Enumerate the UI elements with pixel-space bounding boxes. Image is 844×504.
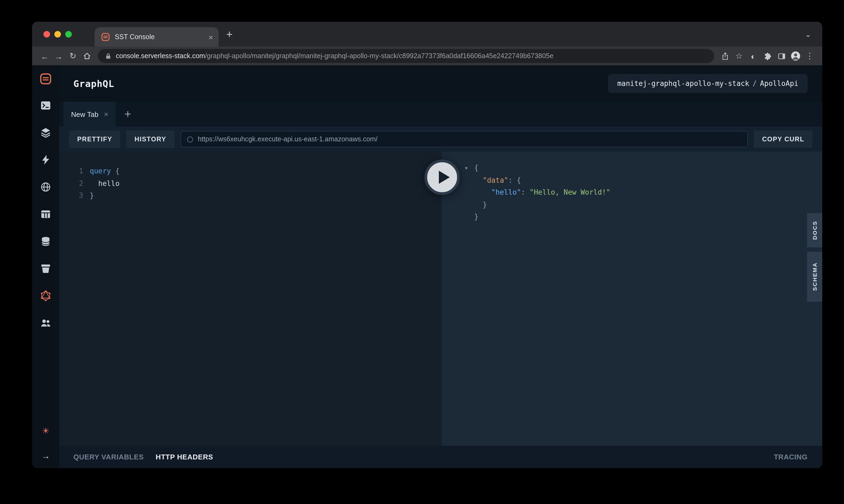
line-number: 1 xyxy=(71,165,83,178)
schema-side-tab[interactable]: SCHEMA xyxy=(807,252,822,302)
bottom-panel-bar: QUERY VARIABLES HTTP HEADERS TRACING xyxy=(59,446,822,468)
docs-side-tab[interactable]: DOCS xyxy=(807,213,822,247)
browser-addressbar: ← → ↻ console.serverless-stack.com/graph… xyxy=(32,47,822,65)
sidebar-item-local[interactable] xyxy=(32,92,59,119)
close-window-button[interactable] xyxy=(43,31,50,37)
table-icon xyxy=(40,209,51,220)
share-icon[interactable] xyxy=(718,49,732,63)
endpoint-radio-icon xyxy=(187,136,193,142)
code-close-brace: } xyxy=(90,192,94,200)
reload-icon[interactable]: ↻ xyxy=(66,49,80,63)
code-line: } xyxy=(90,190,120,202)
result-colon: : xyxy=(521,188,529,196)
url-domain: console.serverless-stack.com xyxy=(116,52,205,60)
sst-logo-icon xyxy=(40,73,52,85)
result-data-key: "data" xyxy=(483,176,508,184)
home-icon[interactable] xyxy=(80,49,94,63)
forward-icon[interactable]: → xyxy=(52,49,66,63)
sun-icon: ☀ xyxy=(42,426,50,436)
code-field: hello xyxy=(98,179,119,187)
sidebar-item-dynamodb[interactable] xyxy=(32,201,59,228)
tab-search-chevron-icon[interactable]: ⌄ xyxy=(805,30,811,39)
play-icon xyxy=(424,159,460,195)
browser-window: SST Console × + ⌄ ← → ↻ console.se xyxy=(32,22,822,468)
database-icon xyxy=(40,236,51,247)
code-line: hello xyxy=(90,178,120,190)
query-editor[interactable]: 1 2 3 query { hello } xyxy=(59,152,442,446)
collapse-arrow-icon[interactable]: ▼ xyxy=(465,163,468,175)
browser-tab-sst-console[interactable]: SST Console × xyxy=(95,27,219,47)
app-sidebar: ☀ → xyxy=(32,65,59,468)
code-line: query { xyxy=(90,165,120,178)
add-query-tab-button[interactable]: + xyxy=(116,102,140,127)
prettify-button[interactable]: PRETTIFY xyxy=(69,130,121,148)
sidebar-item-graphql[interactable] xyxy=(32,282,59,309)
result-hello-key: "hello" xyxy=(491,188,521,196)
url-text: console.serverless-stack.com/graphql-apo… xyxy=(116,52,553,60)
query-tab-new-tab[interactable]: New Tab × xyxy=(64,102,116,127)
bucket-icon xyxy=(40,263,51,274)
sidebar-collapse-button[interactable]: → xyxy=(32,444,59,468)
result-line: } xyxy=(474,199,822,211)
browser-tab-title: SST Console xyxy=(115,33,203,41)
sidebar-item-buckets[interactable] xyxy=(32,255,59,282)
tab-close-icon[interactable]: × xyxy=(208,33,213,41)
sidebar-item-stacks[interactable] xyxy=(32,119,59,146)
endpoint-url: https://ws6xeuhcgk.execute-api.us-east-1… xyxy=(198,136,377,143)
tracing-tab[interactable]: TRACING xyxy=(774,453,808,461)
query-variables-tab[interactable]: QUERY VARIABLES xyxy=(73,453,144,461)
back-icon[interactable]: ← xyxy=(37,49,52,63)
sidebar-item-home[interactable] xyxy=(32,65,59,92)
query-tabstrip: New Tab × + xyxy=(59,102,822,127)
result-line: "hello": "Hello, New World!" xyxy=(474,186,822,199)
traffic-lights xyxy=(32,31,80,37)
sidebar-item-functions[interactable] xyxy=(32,146,59,174)
api-name: ApolloApi xyxy=(760,79,798,88)
browser-tabstrip: SST Console × + ⌄ xyxy=(32,22,822,47)
result-close-brace: } xyxy=(474,213,479,221)
result-line: } xyxy=(474,211,822,223)
theme-toggle-button[interactable]: ☀ xyxy=(32,417,59,444)
query-workspace: 1 2 3 query { hello } ▼{ "data": { xyxy=(59,152,822,446)
http-headers-tab[interactable]: HTTP HEADERS xyxy=(156,453,213,461)
line-number: 3 xyxy=(71,190,83,202)
profile-avatar[interactable] xyxy=(789,49,803,63)
code-keyword: query xyxy=(90,167,111,175)
users-icon xyxy=(40,318,51,328)
app-header: GraphQL manitej-graphql-apollo-my-stack/… xyxy=(59,65,822,102)
sidebar-item-cognito[interactable] xyxy=(32,309,59,337)
fullscreen-window-button[interactable] xyxy=(65,31,72,37)
globe-icon xyxy=(40,182,51,193)
result-inner-open-brace: { xyxy=(517,176,521,184)
query-tab-close-icon[interactable]: × xyxy=(104,110,108,119)
sidebar-item-api[interactable] xyxy=(32,174,59,201)
stack-api-selector[interactable]: manitej-graphql-apollo-my-stack/ApolloAp… xyxy=(608,74,808,93)
sst-console-app: ☀ → GraphQL manitej-graphql-apollo-my-st… xyxy=(32,65,822,468)
result-open-brace: { xyxy=(474,164,479,172)
stack-name: manitej-graphql-apollo-my-stack xyxy=(617,79,749,88)
code-open-brace: { xyxy=(111,167,119,175)
stack-separator: / xyxy=(749,79,760,88)
result-viewer: ▼{ "data": { "hello": "Hello, New World!… xyxy=(442,152,822,446)
endpoint-input[interactable]: https://ws6xeuhcgk.execute-api.us-east-1… xyxy=(180,131,748,147)
result-colon: : xyxy=(508,176,517,184)
url-omnibox[interactable]: console.serverless-stack.com/graphql-apo… xyxy=(98,49,714,63)
terminal-icon xyxy=(40,100,51,111)
bookmark-star-icon[interactable]: ☆ xyxy=(732,49,746,63)
minimize-window-button[interactable] xyxy=(54,31,61,37)
line-number: 2 xyxy=(71,178,83,190)
copy-curl-button[interactable]: COPY CURL xyxy=(754,130,812,148)
sst-favicon-icon xyxy=(101,33,110,41)
extension-circle-icon[interactable]: ◐ xyxy=(746,49,760,63)
layers-icon xyxy=(40,127,51,138)
history-button[interactable]: HISTORY xyxy=(126,130,175,148)
desktop: SST Console × + ⌄ ← → ↻ console.se xyxy=(0,0,844,504)
extensions-puzzle-icon[interactable] xyxy=(760,49,774,63)
arrow-right-icon: → xyxy=(41,451,50,461)
browser-menu-kebab-icon[interactable]: ⋮ xyxy=(803,49,817,63)
execute-query-button[interactable] xyxy=(424,159,460,195)
side-panel-icon[interactable] xyxy=(774,49,789,63)
new-browser-tab-button[interactable]: + xyxy=(226,28,232,40)
url-path: /graphql-apollo/manitej/graphql/manitej-… xyxy=(205,52,554,60)
sidebar-item-rds[interactable] xyxy=(32,228,59,255)
